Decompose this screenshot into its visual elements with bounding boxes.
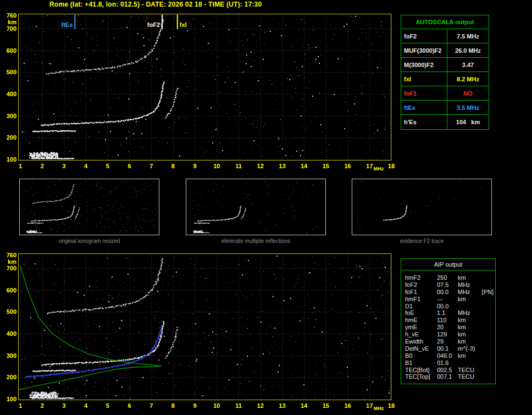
aip-param-name: hmF2 [405,274,437,281]
svg-text:13: 13 [279,402,285,409]
aip-row-B0: B0046.0km [405,352,494,359]
thumbnail-evidence-f2-trace [352,179,492,235]
thumbnail-original-ionogram [19,179,159,235]
aip-param-note [482,345,494,352]
aip-param-name: h_vE [405,331,437,338]
autoscala-row-MUF(3000)F2: MUF(3000)F226.0 MHz [401,43,489,58]
autoscala-param-name: h'Es [401,115,447,129]
autoscala-rows: foF27.5 MHzMUF(3000)F226.0 MHzM(3000)F23… [401,29,489,129]
aip-param-unit: MHz [458,289,482,296]
aip-param-unit: km [458,317,482,324]
aip-param-value: 007.1 [437,373,458,380]
aip-param-note [482,274,494,281]
svg-text:200: 200 [7,134,16,141]
svg-text:18: 18 [388,402,395,409]
aip-param-value: 002.5 [437,367,458,374]
aip-param-name: B1 [405,359,437,367]
svg-text:fxI: fxI [180,21,187,28]
autoscala-param-value: 3.47 [447,58,489,71]
svg-text:400: 400 [7,91,16,97]
aip-param-unit [458,303,482,310]
aip-panel-title: AIP output [401,259,495,270]
aip-param-note [482,331,494,338]
aip-row-h_vE: h_vE129km [405,331,494,338]
svg-text:MHz: MHz [374,406,384,411]
svg-text:11: 11 [235,402,242,409]
autoscala-param-name: fxI [401,72,447,86]
svg-text:700: 700 [7,25,16,32]
aip-param-value: 07.5 [437,281,458,289]
aip-param-note [482,367,494,374]
aip-param-note [482,338,494,345]
aip-param-note [482,309,494,317]
aip-row-D1: D100.0 [405,303,494,310]
aip-param-unit [458,359,482,367]
aip-param-name: foF1 [405,289,437,296]
svg-text:8: 8 [171,402,175,409]
svg-text:400: 400 [7,330,16,337]
aip-row-DelN_vE: DelN_vE00.1m^(-3) [405,345,494,352]
svg-text:foF2: foF2 [147,21,160,28]
aip-param-value: 250 [437,274,458,281]
svg-text:14: 14 [301,163,308,169]
aip-row-hmF1: hmF1---km [405,296,494,303]
svg-text:300: 300 [7,113,16,119]
aip-param-unit: km [458,352,482,359]
autoscala-param-value: 26.0 MHz [447,43,489,57]
thumbnail-eliminate-multiples [186,179,326,235]
aip-param-name: DelN_vE [405,345,437,352]
aip-param-value: --- [437,296,458,303]
aip-param-name: ymE [405,324,437,331]
svg-text:100: 100 [7,156,16,163]
svg-text:1: 1 [19,163,22,169]
aip-param-name: Ewidth [405,338,437,345]
svg-text:100: 100 [7,396,16,402]
svg-text:17: 17 [366,163,373,169]
autoscala-output-panel: AUTOSCALA output foF27.5 MHzMUF(3000)F22… [401,15,489,130]
aip-param-value: 110 [437,317,458,324]
aip-param-name: foF2 [405,281,437,289]
svg-text:17: 17 [366,402,373,409]
svg-text:760: 760 [7,12,16,19]
svg-text:16: 16 [344,163,351,169]
svg-text:8: 8 [171,163,175,169]
autoscala-row-ftEs: ftEs3.5 MHz [401,101,489,115]
aip-param-unit: TECU [458,373,482,380]
svg-text:600: 600 [7,287,16,294]
svg-text:2: 2 [41,402,44,409]
svg-text:2: 2 [41,163,44,169]
svg-text:km: km [8,19,16,25]
aip-param-name: TEC[Bot] [405,367,437,374]
aip-row-foF1: foF100.0MHz[PN] [405,289,494,296]
autoscala-panel-title: AUTOSCALA output [401,15,489,29]
svg-text:7: 7 [149,402,153,409]
svg-text:5: 5 [106,402,109,409]
aip-row-TEC[Top]: TEC[Top]007.1TECU [405,373,494,380]
svg-text:300: 300 [7,352,16,359]
svg-text:15: 15 [323,163,329,169]
svg-text:7: 7 [149,163,153,169]
autoscala-param-name: ftEs [401,101,447,114]
svg-text:16: 16 [344,402,351,409]
svg-text:3: 3 [62,163,65,169]
autoscala-param-value: 104 km [447,115,489,129]
svg-text:13: 13 [279,163,285,169]
aip-param-value: 00.0 [437,289,458,296]
autoscala-row-fxI: fxI8.2 MHz [401,72,489,86]
aip-param-note [482,281,494,289]
aip-param-note [482,359,494,367]
aip-param-note: [PN] [482,289,494,296]
aip-param-name: B0 [405,352,437,359]
aip-param-unit: m^(-3) [458,345,482,352]
aip-param-value: 1.1 [437,309,458,317]
svg-text:ftEs: ftEs [62,21,73,28]
aip-row-ymE: ymE20km [405,324,494,331]
aip-param-unit: MHz [458,309,482,317]
svg-text:5: 5 [106,163,109,169]
svg-text:760: 760 [7,252,16,258]
svg-text:6: 6 [128,402,131,409]
aip-param-note [482,296,494,303]
aip-param-unit: km [458,296,482,303]
autoscala-param-value: 3.5 MHz [447,101,489,114]
svg-text:1: 1 [19,402,22,409]
